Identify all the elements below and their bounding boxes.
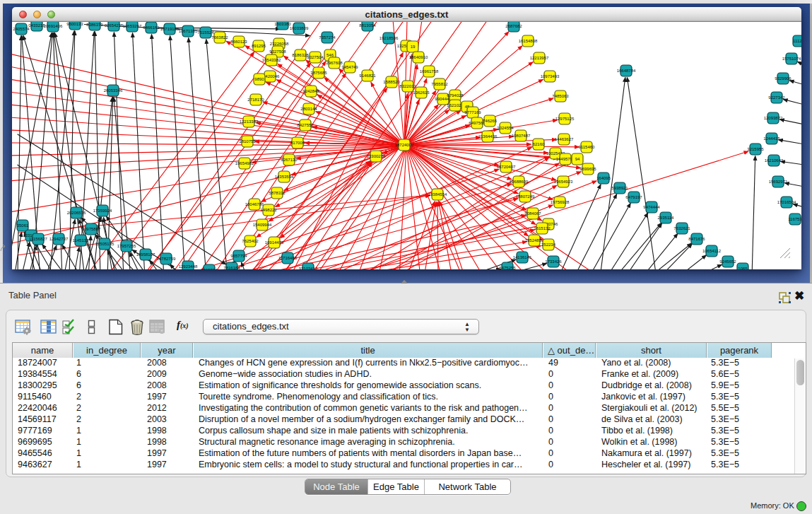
svg-text:9600133: 9600133 xyxy=(66,22,83,26)
svg-text:19218506: 19218506 xyxy=(379,36,399,40)
svg-text:16961758: 16961758 xyxy=(420,69,439,74)
svg-text:10958107: 10958107 xyxy=(136,252,155,257)
svg-text:23226058: 23226058 xyxy=(270,42,289,46)
svg-text:7357274: 7357274 xyxy=(319,35,336,40)
svg-text:7663822: 7663822 xyxy=(211,35,228,40)
svg-text:6475255: 6475255 xyxy=(499,266,516,269)
svg-text:23300275: 23300275 xyxy=(367,154,386,158)
svg-text:3267130: 3267130 xyxy=(281,158,298,162)
svg-text:10654112: 10654112 xyxy=(702,249,722,253)
svg-text:7955812: 7955812 xyxy=(431,82,448,86)
svg-text:16210643: 16210643 xyxy=(765,158,784,163)
svg-text:9329906: 9329906 xyxy=(775,76,792,81)
svg-text:11123: 11123 xyxy=(793,39,801,43)
svg-text:10719185: 10719185 xyxy=(160,27,180,31)
svg-text:20691406: 20691406 xyxy=(44,24,63,28)
svg-text:164095: 164095 xyxy=(596,176,611,180)
svg-text:6466161: 6466161 xyxy=(143,25,160,30)
svg-text:8471676: 8471676 xyxy=(688,237,705,241)
svg-text:17016504: 17016504 xyxy=(777,200,796,204)
svg-text:9327508: 9327508 xyxy=(269,49,286,54)
svg-text:10975887: 10975887 xyxy=(82,227,101,231)
svg-text:18640910: 18640910 xyxy=(409,55,428,59)
svg-text:9327504: 9327504 xyxy=(307,55,324,59)
svg-text:5938921: 5938921 xyxy=(611,186,628,190)
svg-text:12923448: 12923448 xyxy=(179,264,198,269)
svg-text:02654235: 02654235 xyxy=(105,23,124,28)
svg-text:546: 546 xyxy=(326,53,334,57)
svg-text:12975125: 12975125 xyxy=(555,117,575,121)
svg-text:15409944: 15409944 xyxy=(253,223,272,227)
svg-text:1810755: 1810755 xyxy=(239,139,256,144)
svg-text:2405574: 2405574 xyxy=(13,27,30,31)
svg-text:16914479: 16914479 xyxy=(265,240,284,245)
svg-text:6794028: 6794028 xyxy=(447,93,464,98)
svg-text:18724007: 18724007 xyxy=(395,143,414,147)
svg-text:10807487: 10807487 xyxy=(512,134,531,138)
svg-text:19654982: 19654982 xyxy=(235,161,254,165)
svg-text:3875685: 3875685 xyxy=(310,71,327,75)
svg-text:1615594: 1615594 xyxy=(201,268,218,269)
svg-text:8386379: 8386379 xyxy=(86,23,103,27)
svg-text:19756928: 19756928 xyxy=(551,200,570,204)
svg-text:20206576: 20206576 xyxy=(67,211,86,215)
svg-text:12213957: 12213957 xyxy=(530,56,549,60)
svg-text:12093872: 12093872 xyxy=(764,116,783,120)
svg-text:116753: 116753 xyxy=(788,217,801,221)
svg-text:16543382: 16543382 xyxy=(262,58,281,62)
svg-text:9146821: 9146821 xyxy=(359,74,376,78)
svg-text:14136141: 14136141 xyxy=(513,255,532,259)
svg-text:9699695: 9699695 xyxy=(579,167,596,171)
svg-text:7485063: 7485063 xyxy=(552,94,569,98)
svg-text:16154808: 16154808 xyxy=(519,39,538,43)
svg-text:11156827: 11156827 xyxy=(29,237,47,241)
svg-text:10688609: 10688609 xyxy=(510,180,529,184)
svg-text:9245652: 9245652 xyxy=(719,259,736,264)
svg-text:2935114: 2935114 xyxy=(658,216,675,220)
svg-text:10653267: 10653267 xyxy=(123,24,142,28)
svg-text:7625402: 7625402 xyxy=(242,239,259,243)
svg-text:1498222: 1498222 xyxy=(260,208,277,212)
svg-text:6479197: 6479197 xyxy=(625,195,642,199)
svg-text:12505135: 12505135 xyxy=(95,242,114,246)
svg-text:1733426: 1733426 xyxy=(545,259,562,264)
svg-text:1065: 1065 xyxy=(738,267,748,269)
svg-text:817006: 817006 xyxy=(290,141,305,145)
svg-text:2687682: 2687682 xyxy=(505,24,522,28)
svg-text:9777169: 9777169 xyxy=(464,110,481,115)
svg-text:3454749: 3454749 xyxy=(341,65,358,69)
svg-text:9227342: 9227342 xyxy=(768,95,785,100)
svg-text:8322013: 8322013 xyxy=(399,84,416,88)
svg-text:62160: 62160 xyxy=(533,142,545,146)
svg-text:93103413: 93103413 xyxy=(299,267,318,269)
svg-text:1024554: 1024554 xyxy=(497,126,514,130)
svg-text:5878312: 5878312 xyxy=(269,191,286,195)
svg-text:8427552: 8427552 xyxy=(297,123,314,127)
svg-text:10671385: 10671385 xyxy=(179,29,198,33)
svg-text:17957255: 17957255 xyxy=(117,244,136,248)
svg-text:746266: 746266 xyxy=(483,119,498,123)
svg-text:2718170: 2718170 xyxy=(247,98,264,102)
svg-text:2967608: 2967608 xyxy=(326,61,343,65)
svg-text:12213383: 12213383 xyxy=(240,119,259,124)
svg-text:16782759: 16782759 xyxy=(157,257,176,261)
svg-text:9242848: 9242848 xyxy=(302,89,319,93)
svg-text:1145133: 1145133 xyxy=(73,238,90,243)
svg-text:14463627: 14463627 xyxy=(555,137,574,141)
svg-text:14353594: 14353594 xyxy=(275,175,294,179)
svg-text:12942737: 12942737 xyxy=(49,237,69,241)
svg-text:15751074: 15751074 xyxy=(782,57,801,61)
svg-text:10046786: 10046786 xyxy=(245,202,264,206)
svg-text:1615132: 1615132 xyxy=(534,226,551,230)
svg-text:2803144: 2803144 xyxy=(300,107,317,111)
svg-text:252234: 252234 xyxy=(541,243,556,247)
svg-text:21364436: 21364436 xyxy=(478,134,498,139)
svg-text:891295: 891295 xyxy=(252,44,266,48)
svg-text:9115460: 9115460 xyxy=(579,145,596,149)
svg-text:94: 94 xyxy=(575,157,580,161)
svg-text:1362615: 1362615 xyxy=(413,90,430,95)
svg-text:16648784: 16648784 xyxy=(617,69,636,73)
svg-text:19: 19 xyxy=(411,45,416,49)
svg-text:10973493: 10973493 xyxy=(541,74,560,78)
svg-text:1244415: 1244415 xyxy=(763,136,780,141)
